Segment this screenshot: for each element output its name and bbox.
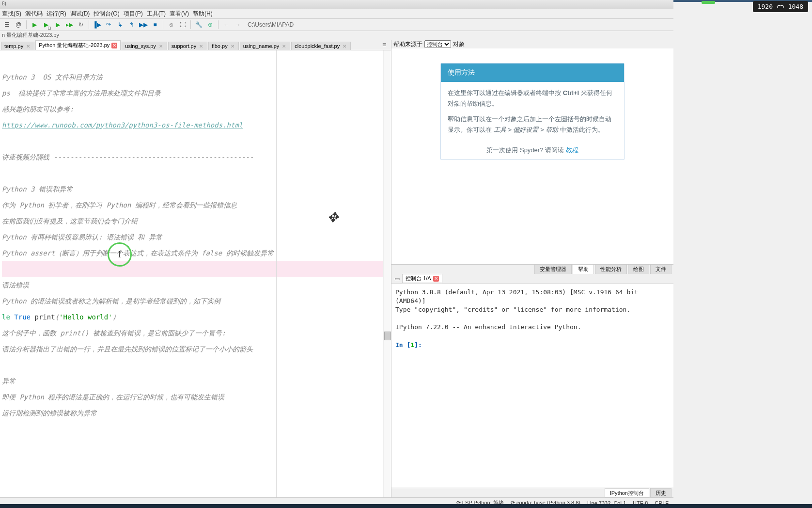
tutorial-link[interactable]: 教程 [566,146,578,154]
res-height: 1048 [788,3,803,10]
title-suffix: 8) [2,1,6,6]
step-in-icon[interactable]: ↳ [115,20,125,30]
debug-icon[interactable]: ▐▶ [92,20,102,30]
tab-using-name[interactable]: using_name.py ✕ [240,42,291,50]
code-link: https://www.runoob.com/python3/python3-o… [2,121,243,129]
run-icon[interactable]: ▶ [30,20,39,30]
battery-indicator [702,1,715,4]
editor-pane: temp.py ✕ Python 量化编程基础-2023.py ✕ using_… [0,40,391,497]
breadcrumb: n 量化编程基础-2023.py [0,31,673,40]
taskbar[interactable] [0,504,812,508]
code-line: 运行期检测到的错误被称为异常 [2,405,389,421]
console-prompt: In [1]: [395,341,670,349]
step-out-icon[interactable]: ↰ [127,20,137,30]
code-line: 感兴趣的朋友可以参考: [2,101,389,117]
tab-cloudpickle[interactable]: cloudpickle_fast.py ✕ [291,42,351,50]
tab-temp[interactable]: temp.py ✕ [1,42,34,50]
console-tab-label: 控制台 1/A [406,275,431,282]
right-tabs: 变量管理器 帮助 性能分析 绘图 文件 [391,264,673,274]
res-width: 1920 [758,3,773,10]
console-tabs: ▭ 控制台 1/A ✕ [391,274,673,284]
tab-using-sys[interactable]: using_sys.py ✕ [122,42,167,50]
help-header: 帮助来源于 控制台 对象 [391,40,673,48]
help-card-body: 在这里你可以通过在编辑器或者终端中按 Ctrl+I 来获得任何对象的帮助信息。 … [441,82,624,141]
tab-main[interactable]: Python 量化编程基础-2023.py ✕ [35,40,121,50]
close-icon[interactable]: ✕ [433,276,439,282]
code-line: 语法分析器指出了出错的一行，并且在最先找到的错误的位置标记了一个小小的箭头 [2,341,389,357]
tab-profiler[interactable]: 性能分析 [595,264,627,274]
close-icon[interactable]: ✕ [111,43,117,48]
tab-plots[interactable]: 绘图 [628,264,649,274]
code-line: 讲座视频分隔线 --------------------------------… [2,149,389,165]
help-source-select[interactable]: 控制台 [424,40,451,48]
forward-icon[interactable]: → [233,20,243,30]
tab-ipython-console[interactable]: IPython控制台 [605,488,649,497]
code-line: ps 模块提供了非常丰富的方法用来处理文件和目录 [2,85,389,101]
help-card: 使用方法 在这里你可以通过在编辑器或者终端中按 Ctrl+I 来获得任何对象的帮… [440,63,625,160]
tab-history[interactable]: 历史 [650,488,671,497]
menu-find[interactable]: 查找(S) [2,10,21,17]
back-icon[interactable]: ← [221,20,231,30]
close-icon[interactable]: ✕ [158,43,164,49]
console-line: Python 3.8.8 (default, Apr 13 2021, 15:0… [395,288,670,305]
close-icon[interactable]: ✕ [342,43,347,49]
help-object-label: 对象 [453,40,465,48]
run-cell-icon[interactable]: ▶ [41,20,51,30]
menu-project[interactable]: 项目(P) [124,10,143,17]
menu-view[interactable]: 查看(V) [170,10,189,17]
menu-help[interactable]: 帮助(H) [193,10,213,17]
close-icon[interactable]: ✕ [281,43,287,49]
tab-menu-icon[interactable]: ≡ [382,41,390,48]
console-tab[interactable]: 控制台 1/A ✕ [402,274,442,283]
fullscreen-icon[interactable]: ⛶ [178,20,187,30]
wrench-icon[interactable]: 🔧 [194,20,203,30]
code-editor[interactable]: Python 3 OS 文件和目录方法 ps 模块提供了非常丰富的方法用来处理文… [0,50,391,497]
menu-run[interactable]: 运行(R) [47,10,66,17]
menu-source[interactable]: 源代码 [25,10,43,17]
tab-label: Python 量化编程基础-2023.py [39,42,109,49]
stop-icon[interactable]: ■ [150,20,160,30]
menu-debug[interactable]: 调试(D) [70,10,90,17]
exit-debug-icon[interactable]: ⎋ [166,20,176,30]
tab-support[interactable]: support.py ✕ [168,42,207,50]
console-line: Type "copyright", "credits" or "license"… [395,305,670,314]
run-cell-next-icon[interactable]: ▶ [53,20,62,30]
code-line: Python 3 错误和异常 [2,181,389,197]
code-line: Python 的语法错误或者称之为解析错，是初学者经常碰到的，如下实例 [2,293,389,309]
toolbar: ☰ @ ▶ ▶ ▶ ▸▶ ↻ ▐▶ ↷ ↳ ↰ ▶▶ ■ ⎋ ⛶ 🔧 ⊕ ← →… [0,18,673,31]
scrollbar[interactable] [383,50,391,497]
menu-console[interactable]: 控制台(O) [94,10,119,17]
tab-fibo[interactable]: fibo.py ✕ [208,42,238,50]
tab-label: fibo.py [212,43,227,49]
close-icon[interactable]: ✕ [230,43,235,49]
link-icon: ⊂⊃ [777,3,784,10]
console-bottom-tabs: IPython控制台 历史 [391,488,673,497]
tab-files[interactable]: 文件 [650,264,671,274]
console-line: IPython 7.22.0 -- An enhanced Interactiv… [395,323,670,332]
list-icon[interactable]: ☰ [2,20,12,30]
console-menu-icon[interactable]: ▭ [393,275,400,282]
right-pane: 帮助来源于 控制台 对象 使用方法 在这里你可以通过在编辑器或者终端中按 Ctr… [391,40,673,497]
path-input[interactable]: C:\Users\MIAPAD [245,21,671,28]
help-source-label: 帮助来源于 [393,40,422,48]
rerun-icon[interactable]: ↻ [76,20,86,30]
run-line-icon[interactable]: ▸▶ [64,20,74,30]
tab-help[interactable]: 帮助 [573,264,594,274]
scroll-handle[interactable] [384,332,391,340]
menu-tools[interactable]: 工具(T) [147,10,166,17]
tab-variable-explorer[interactable]: 变量管理器 [534,264,572,274]
ipython-console[interactable]: Python 3.8.8 (default, Apr 13 2021, 15:0… [391,284,673,488]
code-line: 这个例子中，函数 print() 被检查到有错误，是它前面缺少了一个冒号: [2,325,389,341]
current-line-highlight [2,261,389,277]
python-icon[interactable]: ⊕ [205,20,215,30]
step-over-icon[interactable]: ↷ [104,20,113,30]
tab-label: temp.py [4,43,23,49]
at-icon[interactable]: @ [14,20,23,30]
close-icon[interactable]: ✕ [25,43,31,49]
help-card-title: 使用方法 [441,64,624,82]
continue-icon[interactable]: ▶▶ [139,20,148,30]
close-icon[interactable]: ✕ [198,43,204,49]
menu-bar: 查找(S) 源代码 运行(R) 调试(D) 控制台(O) 项目(P) 工具(T)… [0,9,673,18]
tab-label: using_sys.py [125,43,156,49]
tab-label: support.py [172,43,196,49]
